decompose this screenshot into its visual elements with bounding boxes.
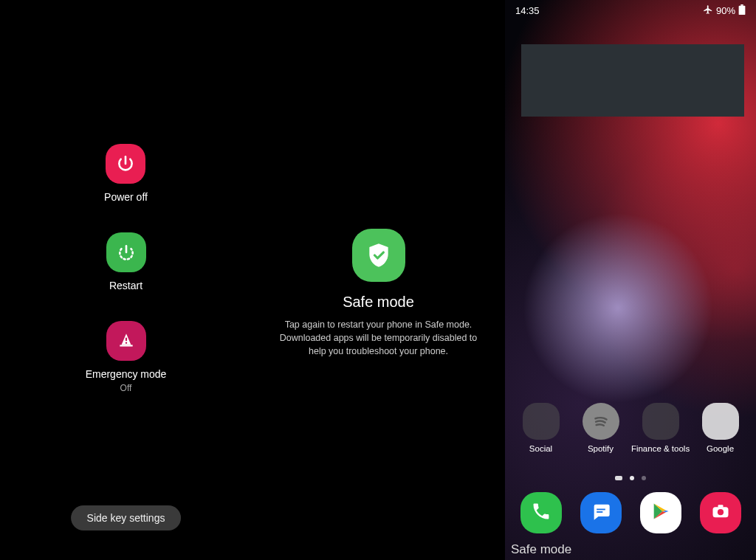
side-key-settings-button[interactable]: Side key settings <box>71 505 182 530</box>
svg-point-8 <box>717 509 723 515</box>
app-label: Finance & tools <box>631 444 690 453</box>
svg-rect-2 <box>125 342 126 344</box>
dock-camera-app[interactable] <box>700 492 741 533</box>
folder-icon <box>702 403 739 440</box>
svg-rect-1 <box>125 338 126 341</box>
battery-icon <box>738 4 746 17</box>
folder-icon <box>523 403 560 440</box>
svg-rect-6 <box>597 511 602 513</box>
power-menu-screen: Power off Restart Emergency mode Off Sid… <box>0 0 252 560</box>
app-row: Social Spotify Finance & tools Google <box>505 403 756 453</box>
widget-placeholder[interactable] <box>521 44 744 117</box>
power-menu-list: Power off Restart Emergency mode Off <box>0 144 252 393</box>
emergency-label: Emergency mode <box>86 368 167 380</box>
side-key-label: Side key settings <box>87 512 165 524</box>
phone-icon <box>531 501 551 525</box>
app-google-folder[interactable]: Google <box>692 403 749 453</box>
app-finance-folder[interactable]: Finance & tools <box>632 403 690 453</box>
restart-label: Restart <box>109 280 142 291</box>
page-indicator <box>505 476 756 480</box>
safe-mode-confirm-screen: Safe mode Tap again to restart your phon… <box>252 0 505 560</box>
status-bar: 14:35 90% <box>505 0 756 21</box>
app-spotify[interactable]: Spotify <box>572 403 630 453</box>
home-page-dot <box>615 476 622 480</box>
restart-button[interactable]: Restart <box>106 232 146 291</box>
safe-mode-title: Safe mode <box>343 294 414 311</box>
app-label: Spotify <box>588 444 614 453</box>
restart-icon <box>106 232 146 272</box>
app-label: Social <box>529 444 552 453</box>
power-icon <box>106 144 145 184</box>
power-off-label: Power off <box>104 191 148 203</box>
dock <box>505 492 756 533</box>
safe-mode-badge: Safe mode <box>511 542 571 557</box>
safe-mode-description: Tap again to restart your phone in Safe … <box>271 318 486 358</box>
messages-icon <box>591 501 611 525</box>
emergency-mode-button[interactable]: Emergency mode Off <box>86 321 167 393</box>
battery-percent: 90% <box>716 5 735 16</box>
svg-rect-3 <box>740 4 743 6</box>
page-dot <box>642 476 646 480</box>
svg-rect-4 <box>739 5 746 14</box>
svg-rect-5 <box>597 509 605 511</box>
airplane-mode-icon <box>703 4 713 17</box>
dock-play-store-app[interactable] <box>640 492 681 533</box>
status-time: 14:35 <box>515 5 540 16</box>
play-store-icon <box>650 501 671 525</box>
home-screen: 14:35 90% Social Spotify <box>505 0 756 560</box>
safe-mode-confirm[interactable]: Safe mode Tap again to restart your phon… <box>252 229 505 358</box>
emergency-icon <box>106 321 146 361</box>
svg-rect-9 <box>718 505 723 508</box>
app-social-folder[interactable]: Social <box>512 403 570 453</box>
app-label: Google <box>707 444 734 453</box>
power-off-button[interactable]: Power off <box>104 144 148 203</box>
shield-check-icon <box>352 229 405 282</box>
spotify-icon <box>583 403 619 440</box>
dock-phone-app[interactable] <box>520 492 562 533</box>
emergency-state: Off <box>120 383 132 393</box>
dock-messages-app[interactable] <box>580 492 622 533</box>
svg-rect-0 <box>120 345 132 346</box>
page-dot <box>630 476 634 480</box>
folder-icon <box>642 403 679 440</box>
camera-icon <box>710 501 731 525</box>
